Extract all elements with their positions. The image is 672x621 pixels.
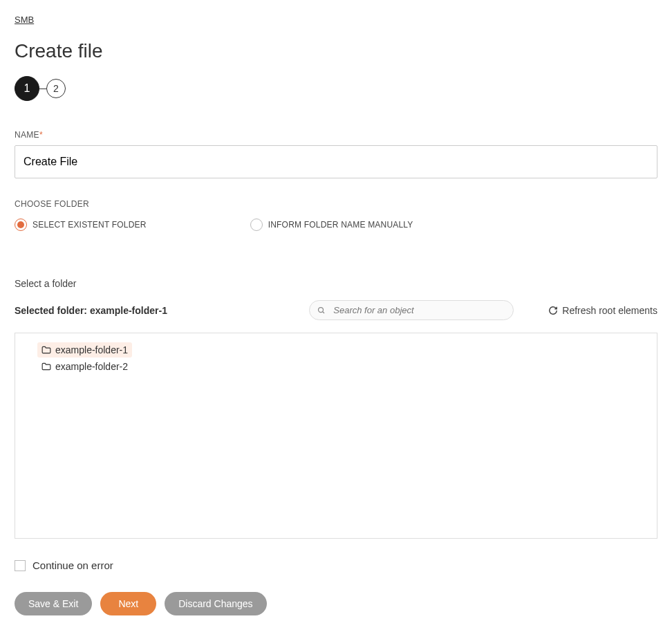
folder-icon	[41, 346, 51, 354]
stepper: 1 2	[15, 76, 657, 101]
refresh-icon	[548, 306, 558, 315]
radio-inform-manually-label: INFORM FOLDER NAME MANUALLY	[268, 220, 413, 230]
select-folder-title: Select a folder	[15, 278, 657, 289]
select-folder-section: Select a folder Selected folder: example…	[15, 278, 657, 539]
step-connector	[39, 89, 46, 89]
svg-line-1	[323, 311, 325, 313]
name-label-text: NAME	[15, 130, 39, 140]
step-1[interactable]: 1	[15, 76, 39, 101]
refresh-label: Refresh root elements	[562, 305, 657, 316]
radio-dot-icon	[17, 221, 24, 228]
next-button[interactable]: Next	[100, 592, 156, 615]
discard-button[interactable]: Discard Changes	[165, 592, 266, 615]
selected-folder-row: Selected folder: example-folder-1 Refres…	[15, 300, 657, 320]
continue-on-error-label: Continue on error	[32, 559, 113, 571]
tree-item[interactable]: example-folder-1	[37, 342, 132, 358]
continue-on-error-checkbox[interactable]	[15, 560, 26, 571]
search-wrap	[309, 300, 514, 320]
save-exit-button[interactable]: Save & Exit	[15, 592, 92, 615]
radio-select-existent-label: SELECT EXISTENT FOLDER	[32, 220, 147, 230]
continue-on-error-row: Continue on error	[15, 559, 657, 571]
name-input[interactable]	[15, 145, 657, 178]
selected-folder-value: example-folder-1	[90, 305, 167, 316]
tree-item[interactable]: example-folder-2	[37, 359, 132, 374]
tree-item-label: example-folder-1	[55, 345, 128, 355]
svg-point-0	[319, 307, 324, 312]
radio-inform-manually[interactable]: INFORM FOLDER NAME MANUALLY	[250, 219, 413, 231]
radio-select-existent[interactable]: SELECT EXISTENT FOLDER	[15, 219, 147, 231]
radio-circle-icon	[250, 219, 263, 231]
breadcrumb[interactable]: SMB	[15, 15, 34, 25]
folder-tree[interactable]: example-folder-1 example-folder-2	[15, 333, 657, 539]
button-row: Save & Exit Next Discard Changes	[15, 592, 657, 615]
step-2[interactable]: 2	[46, 79, 66, 98]
required-asterisk: *	[39, 130, 43, 140]
search-icon	[317, 306, 326, 315]
folder-icon	[41, 362, 51, 371]
choose-folder-group: CHOOSE FOLDER SELECT EXISTENT FOLDER INF…	[15, 199, 657, 231]
selected-folder-prefix: Selected folder:	[15, 305, 90, 316]
page-title: Create file	[15, 40, 657, 62]
choose-folder-label: CHOOSE FOLDER	[15, 199, 657, 209]
name-label: NAME*	[15, 130, 657, 140]
refresh-root-elements[interactable]: Refresh root elements	[548, 305, 657, 316]
tree-item-label: example-folder-2	[55, 362, 128, 371]
name-field-group: NAME*	[15, 130, 657, 178]
radio-circle-icon	[15, 219, 27, 231]
selected-folder-label: Selected folder: example-folder-1	[15, 305, 167, 316]
search-input[interactable]	[309, 300, 514, 320]
folder-radio-group: SELECT EXISTENT FOLDER INFORM FOLDER NAM…	[15, 219, 657, 231]
